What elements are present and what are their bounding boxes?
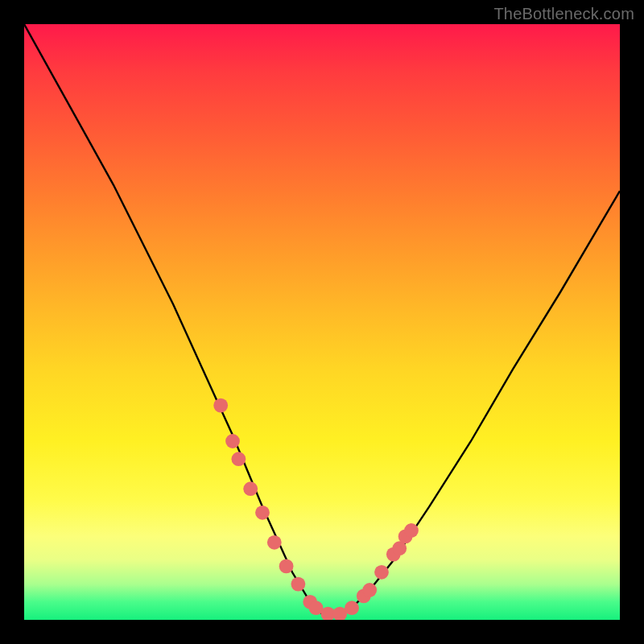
chart-frame: TheBottleneck.com	[0, 0, 644, 644]
bottleneck-curve	[24, 24, 620, 614]
chart-plot-area	[24, 24, 620, 620]
chart-svg	[24, 24, 620, 620]
curve-marker	[243, 481, 258, 496]
curve-marker	[267, 535, 282, 550]
curve-marker	[279, 559, 294, 574]
curve-marker	[232, 452, 246, 466]
curve-marker	[213, 398, 228, 413]
curve-markers	[213, 398, 419, 620]
curve-marker	[374, 565, 389, 580]
curve-marker	[345, 601, 359, 615]
curve-marker	[404, 523, 419, 538]
curve-marker	[291, 577, 306, 592]
watermark-text: TheBottleneck.com	[493, 5, 634, 23]
curve-marker	[225, 434, 240, 448]
curve-marker	[255, 506, 270, 520]
curve-marker	[362, 583, 377, 597]
